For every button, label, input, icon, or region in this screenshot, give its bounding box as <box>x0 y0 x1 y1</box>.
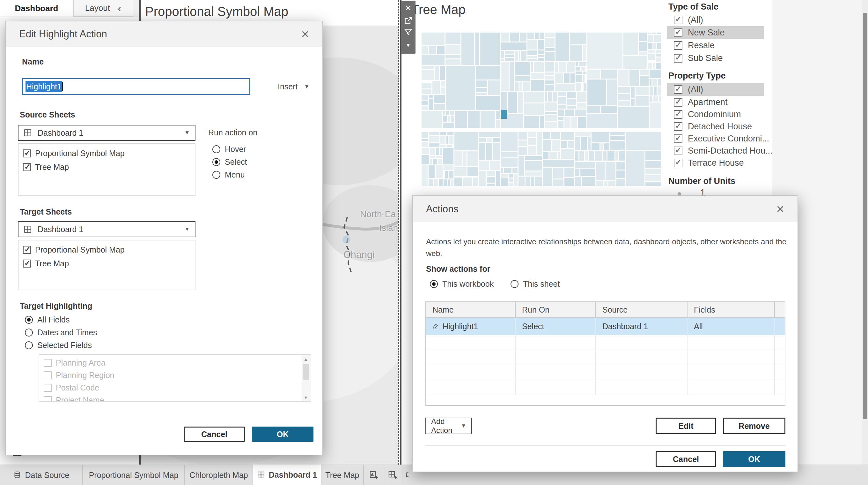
filter-item-detached-house[interactable]: Detached House <box>674 120 778 133</box>
treemap-cell[interactable] <box>656 50 661 53</box>
treemap-cell[interactable] <box>583 75 585 82</box>
scroll-up-icon[interactable]: ▲ <box>302 355 310 363</box>
treemap-cell[interactable] <box>539 33 544 39</box>
treemap-cell[interactable] <box>567 62 575 73</box>
treemap-cell[interactable] <box>604 181 607 186</box>
highlight-all-fields-option[interactable]: All Fields <box>25 315 69 324</box>
treemap-cell[interactable] <box>650 69 661 79</box>
treemap-cell[interactable] <box>501 33 509 42</box>
new-story-button[interactable] <box>402 465 412 485</box>
treemap-cell[interactable] <box>430 148 435 155</box>
treemap-cell[interactable] <box>631 87 635 98</box>
treemap-cell[interactable] <box>422 101 428 105</box>
highlight-dates-times-option[interactable]: Dates and Times <box>25 328 97 337</box>
column-header-source[interactable]: Source <box>596 302 687 317</box>
filter-item-all-sale[interactable]: (All) <box>674 13 778 26</box>
treemap-cell[interactable] <box>509 62 514 91</box>
treemap-cell[interactable] <box>587 33 622 69</box>
treemap-cell[interactable] <box>513 168 518 173</box>
treemap-cell[interactable] <box>618 101 630 106</box>
highlight-selected-fields-option[interactable]: Selected Fields <box>25 341 92 350</box>
treemap-cell[interactable] <box>581 67 585 70</box>
treemap-cell[interactable] <box>579 62 586 66</box>
treemap-cell[interactable] <box>576 72 582 74</box>
treemap-cell[interactable] <box>650 79 651 86</box>
this-workbook-option[interactable]: This workbook <box>430 279 494 289</box>
treemap-cell[interactable] <box>618 69 628 86</box>
treemap-cell[interactable] <box>504 168 512 173</box>
treemap-cell[interactable] <box>519 51 520 61</box>
treemap-cell[interactable] <box>567 92 576 98</box>
treemap-cell[interactable] <box>422 155 429 165</box>
treemap-cell[interactable] <box>450 111 454 115</box>
treemap-cell[interactable] <box>476 96 500 110</box>
treemap-cell[interactable] <box>616 171 625 178</box>
treemap-cell[interactable] <box>561 132 574 140</box>
treemap-cell[interactable] <box>570 33 586 45</box>
filter-item-executive-condominium[interactable]: Executive Condomi... <box>674 132 778 145</box>
treemap-cell[interactable] <box>592 143 599 150</box>
treemap-cell[interactable] <box>636 87 649 95</box>
treemap-cell[interactable] <box>527 33 534 39</box>
treemap-cell[interactable] <box>584 83 586 90</box>
treemap-cell[interactable] <box>496 120 500 128</box>
treemap-cell[interactable] <box>640 69 649 75</box>
treemap-cell[interactable] <box>436 148 439 155</box>
radio-button[interactable] <box>510 280 519 288</box>
treemap-cell[interactable] <box>445 171 448 178</box>
checkbox[interactable] <box>674 85 682 94</box>
treemap-cell[interactable] <box>555 62 558 73</box>
treemap-cell[interactable] <box>422 106 428 110</box>
treemap-cell[interactable] <box>475 33 479 65</box>
add-action-dropdown[interactable]: Add Action ▼ <box>425 418 472 434</box>
run-action-hover-option[interactable]: Hover <box>212 145 246 154</box>
treemap-cell[interactable] <box>648 50 655 53</box>
treemap-cell[interactable] <box>432 81 440 94</box>
treemap-cell[interactable] <box>528 146 536 155</box>
treemap-cell[interactable] <box>501 174 508 177</box>
treemap-cell[interactable] <box>575 162 595 168</box>
treemap-cell[interactable] <box>519 147 527 155</box>
treemap-cell[interactable] <box>606 162 616 180</box>
treemap-cell[interactable] <box>645 182 661 186</box>
target-sheet-item[interactable]: Tree Map <box>19 257 195 270</box>
treemap-cell[interactable] <box>639 33 647 41</box>
run-action-menu-option[interactable]: Menu <box>212 170 245 179</box>
treemap-cell[interactable] <box>582 177 596 186</box>
treemap-cell[interactable] <box>575 132 591 136</box>
filter-item-sub-sale[interactable]: Sub Sale <box>674 52 778 64</box>
treemap-cell[interactable] <box>463 151 467 166</box>
treemap-cell[interactable] <box>501 42 526 50</box>
treemap-cell[interactable] <box>623 56 648 69</box>
checkbox[interactable] <box>23 163 31 171</box>
checkbox[interactable] <box>674 54 682 63</box>
treemap-cell[interactable] <box>437 46 444 54</box>
treemap-cell[interactable] <box>493 143 500 160</box>
treemap-cell[interactable] <box>603 151 607 161</box>
treemap-cell[interactable] <box>608 151 615 161</box>
treemap-cell[interactable] <box>451 116 455 121</box>
treemap-cell[interactable] <box>501 59 504 61</box>
treemap-cell[interactable] <box>434 95 445 103</box>
treemap-cell[interactable] <box>443 165 454 170</box>
treemap-cell[interactable] <box>525 156 542 160</box>
treemap-cell[interactable] <box>588 137 591 150</box>
treemap-cell[interactable] <box>487 183 495 187</box>
treemap-cell[interactable] <box>555 74 563 83</box>
treemap-cell[interactable] <box>461 33 474 65</box>
treemap-cell[interactable] <box>596 181 603 186</box>
run-action-select-option[interactable]: Select <box>212 158 247 167</box>
treemap-cell[interactable] <box>488 81 500 95</box>
treemap-cell[interactable] <box>531 177 534 186</box>
checkbox[interactable] <box>674 122 682 131</box>
treemap-cell[interactable] <box>538 40 544 50</box>
treemap-cell[interactable] <box>538 55 545 57</box>
treemap-cell[interactable] <box>476 93 487 95</box>
treemap-cell[interactable] <box>558 152 560 159</box>
treemap-cell[interactable] <box>531 73 544 79</box>
treemap-cell[interactable] <box>520 82 522 91</box>
checkbox[interactable] <box>674 110 682 119</box>
treemap-cell[interactable] <box>545 122 557 128</box>
treemap-cell[interactable] <box>553 168 564 178</box>
treemap-cell[interactable] <box>501 51 504 58</box>
